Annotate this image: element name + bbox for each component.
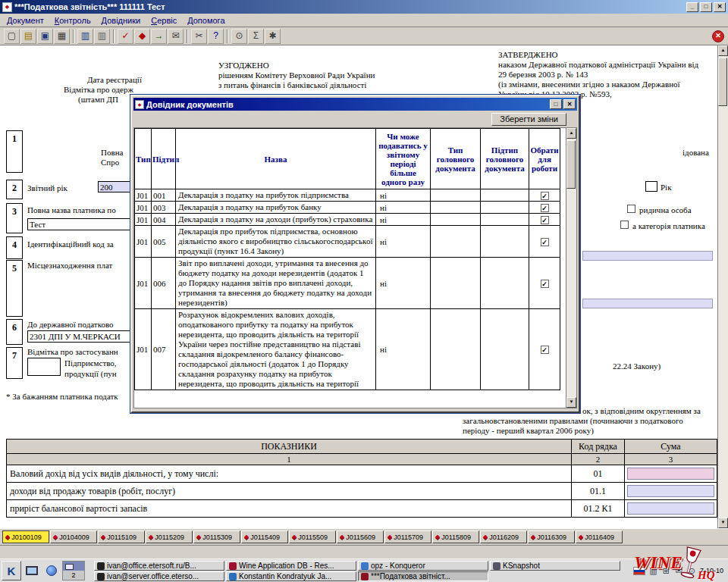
kmenu-button[interactable]: K	[2, 561, 21, 580]
doc-tab-J0115609[interactable]: ◆J0115609	[337, 530, 384, 543]
select-for-work-checkbox[interactable]: ✓	[541, 216, 549, 224]
main-scrollbar[interactable]: ▲ ▼	[717, 45, 728, 528]
menu-item-servis[interactable]: Сервіс	[146, 14, 182, 27]
year-checkbox[interactable]	[645, 181, 657, 192]
tray-icon[interactable]: ▥	[648, 566, 658, 576]
sum-input[interactable]	[627, 502, 714, 515]
other-category-checkbox[interactable]	[620, 221, 629, 229]
export-icon[interactable]: →	[151, 29, 167, 44]
taskbar-button[interactable]: Wine Application DB - Res...	[226, 561, 356, 571]
menu-item-dopomoga[interactable]: Допомога	[182, 14, 230, 27]
document-row[interactable]: J01004Декларація з податку на доходи (пр…	[135, 214, 560, 226]
reports-icon[interactable]: ◆	[134, 29, 150, 44]
save-icon[interactable]: ▣	[37, 29, 53, 44]
new-document-icon[interactable]: ▢	[4, 29, 20, 44]
doc-tab-J0116309[interactable]: ◆J0116309	[528, 530, 575, 543]
tax-office-field[interactable]: 2301 ДПІ У М.ЧЕРКАСИ	[27, 330, 130, 343]
taskbar-button[interactable]: opz - Konqueror	[358, 561, 488, 571]
scroll-track[interactable]	[566, 139, 576, 397]
app-icon-glyph: ◆	[5, 4, 9, 10]
scroll-thumb[interactable]	[566, 140, 576, 189]
konqueror-icon[interactable]	[42, 561, 61, 580]
select-for-work-checkbox[interactable]: ✓	[541, 346, 549, 354]
documents-table: Тип Підтип Назва Чи може подаватись у зв…	[134, 128, 566, 408]
cut-icon[interactable]: ✂	[191, 29, 207, 44]
close-button[interactable]: ✕	[714, 2, 726, 12]
select-for-work-checkbox[interactable]: ✓	[541, 204, 549, 212]
maximize-button[interactable]: □	[700, 2, 712, 12]
doc-tab-J0104009[interactable]: ◆J0104009	[50, 530, 97, 543]
calculator-icon[interactable]: Σ	[248, 29, 264, 44]
scroll-up-icon[interactable]: ▲	[718, 45, 728, 56]
pager-desktop-1[interactable]	[63, 562, 84, 571]
select-for-work-checkbox[interactable]: ✓	[541, 280, 549, 288]
doc-tab-J0115709[interactable]: ◆J0115709	[384, 530, 431, 543]
dialog-close-button[interactable]: ✕	[563, 99, 576, 109]
document-row[interactable]: J01001Декларація з податку на прибуток п…	[135, 189, 560, 202]
report-year-field[interactable]: 200	[98, 181, 130, 192]
doc-tab-J0115509[interactable]: ◆J0115509	[289, 530, 336, 543]
clock[interactable]: 7-10-10	[700, 567, 723, 574]
document-row[interactable]: J01007Розрахунок відокремлених валових д…	[135, 309, 560, 390]
taskbar-button[interactable]: ivan@office.etersoft.ru/B...	[94, 561, 224, 571]
taskbar-button[interactable]: Konstantin Kondratyuk Ja...	[226, 571, 356, 581]
select-for-work-checkbox[interactable]: ✓	[541, 238, 549, 246]
right-input-field[interactable]	[582, 299, 713, 308]
dialog-maximize-button[interactable]: □	[550, 99, 562, 109]
tray-icon[interactable]: ⊞	[661, 566, 671, 576]
application-mark-box[interactable]	[27, 358, 61, 376]
scroll-up-icon[interactable]: ▲	[566, 128, 576, 139]
doc-tab-J0115409[interactable]: ◆J0115409	[241, 530, 288, 543]
open-folder-icon[interactable]: ▤	[20, 29, 36, 44]
copy-document-icon[interactable]: ▥	[94, 29, 110, 44]
doc-tab-J0116409[interactable]: ◆J0116409	[576, 530, 623, 543]
tray-icon[interactable]: ✉	[674, 566, 684, 576]
save-changes-button[interactable]: Зберегти зміни	[491, 113, 566, 126]
pager-desktop-2[interactable]: 2	[63, 571, 84, 580]
dialog-titlebar[interactable]: ◆ Довідник документів □ ✕	[133, 98, 577, 111]
scroll-down-icon[interactable]: ▼	[718, 518, 728, 528]
doc-tab-J0115309[interactable]: ◆J0115309	[193, 530, 240, 543]
doc-tab-J0115209[interactable]: ◆J0115209	[146, 530, 193, 543]
juridical-person-checkbox[interactable]	[627, 205, 635, 213]
doc-tab-J0115109[interactable]: ◆J0115109	[98, 530, 145, 543]
document-row[interactable]: J01005Декларація про прибуток підприємст…	[135, 226, 560, 258]
menu-item-dokument[interactable]: Документ	[2, 14, 49, 27]
taskbar-button[interactable]: ***Податкова звітніст...	[358, 571, 488, 581]
dialog-scrollbar[interactable]: ▲ ▼	[566, 128, 576, 408]
sum-input[interactable]	[627, 485, 714, 497]
settings-icon[interactable]: ✱	[265, 29, 281, 44]
document-row[interactable]: J01003Декларація з податку на прибуток б…	[135, 202, 560, 214]
select-for-work-checkbox[interactable]: ✓	[541, 192, 549, 200]
keyboard-flag-icon[interactable]	[633, 567, 645, 575]
preview-icon[interactable]: ▥	[77, 29, 93, 44]
print-icon[interactable]: ▦	[54, 29, 70, 44]
check-document-icon[interactable]: ✓	[118, 29, 133, 44]
clock-icon[interactable]: ⊙	[231, 29, 247, 44]
sum-input[interactable]	[627, 468, 714, 480]
label-stamp: (штамп ДП	[78, 95, 118, 104]
right-input-field[interactable]	[582, 251, 713, 261]
doc-tab-J0115809[interactable]: ◆J0115809	[432, 530, 479, 543]
menu-item-kontrol[interactable]: Контроль	[49, 14, 96, 27]
label-report-year: Звітний рік	[27, 183, 67, 192]
taskbar-button[interactable]: ivan@server.office.eterso...	[94, 571, 224, 581]
mail-icon[interactable]: ✉	[168, 29, 184, 44]
scroll-thumb[interactable]	[718, 58, 727, 106]
scroll-track[interactable]	[718, 56, 728, 518]
doc-subtype: 006	[152, 258, 176, 309]
scroll-down-icon[interactable]: ▼	[566, 397, 576, 408]
taskbar-button[interactable]: KSnapshot	[490, 561, 620, 571]
show-desktop-icon[interactable]	[23, 561, 41, 580]
tray-icon[interactable]: ⊙	[687, 566, 697, 576]
payer-name-field[interactable]: Тест	[27, 218, 130, 230]
document-row[interactable]: J01006Звіт про виплачені доходи, утриман…	[135, 258, 560, 309]
desktop-pager[interactable]: 2	[62, 561, 85, 580]
minimize-button[interactable]: _	[686, 2, 698, 12]
exit-icon[interactable]: ✕	[712, 30, 724, 42]
dialog-icon: ◆	[135, 100, 144, 109]
help-icon[interactable]: ?	[208, 29, 224, 44]
doc-tab-J0100109[interactable]: ◆J0100109	[2, 530, 49, 543]
doc-tab-J0116209[interactable]: ◆J0116209	[480, 530, 527, 543]
menu-item-dovidnyky[interactable]: Довідники	[96, 14, 146, 27]
